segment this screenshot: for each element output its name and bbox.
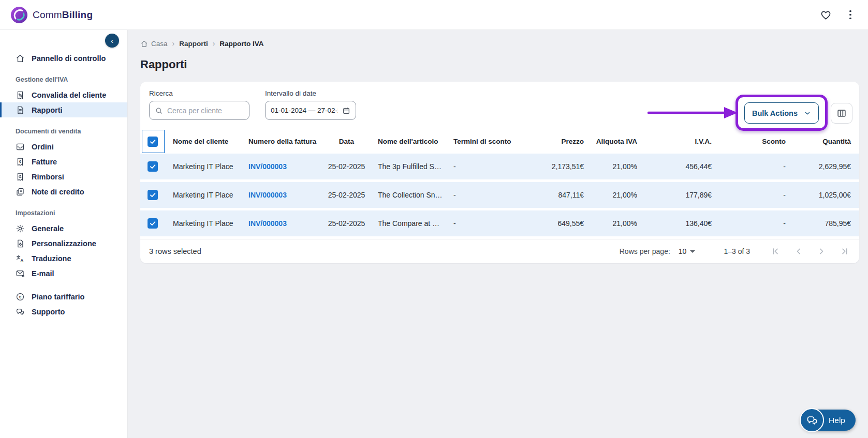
vat-rate-cell: 21,00% (584, 219, 637, 228)
table-row[interactable]: Marketing IT Place INV/000003 25-02-2025… (140, 154, 859, 179)
pagination (770, 245, 850, 258)
sidebar-item-label: Supporto (32, 308, 65, 316)
invoice-number-link[interactable]: INV/000003 (240, 162, 323, 171)
table-footer: 3 rows selected Rows per page: 10 1–3 of… (140, 239, 859, 263)
sidebar-item-pannello-di-controllo[interactable]: Pannello di controllo (0, 51, 127, 66)
sidebar-item-convalida-del-cliente[interactable]: Convalida del cliente (0, 87, 127, 102)
chat-bubbles-icon (16, 307, 25, 316)
pagination-range-text: 1–3 of 3 (724, 247, 750, 255)
discount-terms-cell: - (445, 162, 510, 171)
date-range-value: 01-01-2024 — 27-02-202 (271, 107, 338, 114)
receipt-euro-icon: € (16, 157, 25, 167)
bulk-actions-button[interactable]: Bulk Actions (744, 102, 819, 124)
page-title: Rapporti (140, 58, 859, 71)
invoice-number-link[interactable]: INV/000003 (240, 219, 323, 228)
sidebar-item-label: Rimborsi (32, 173, 64, 181)
receipt-refund-icon (16, 172, 25, 182)
discount-cell: - (712, 219, 786, 228)
sidebar-item-label: Note di credito (32, 188, 84, 196)
report-card: Ricerca Intervallo di date 01-01-2024 — … (140, 82, 859, 263)
breadcrumb-separator: › (213, 39, 215, 48)
document-gear-icon (16, 239, 25, 248)
help-button[interactable]: Help (801, 410, 856, 431)
column-header: Aliquota IVA (584, 138, 637, 145)
sidebar-item-generale[interactable]: Generale (0, 221, 127, 236)
column-header: Numero della fattura (240, 138, 323, 145)
customer-name-cell: Marketing IT Place (165, 162, 240, 171)
svg-text:€: € (19, 159, 21, 163)
sidebar-item-label: Personalizzazione (32, 239, 96, 248)
column-header: Prezzo (510, 138, 584, 145)
row-checkbox[interactable] (148, 161, 158, 172)
date-range-input[interactable]: 01-01-2024 — 27-02-202 (265, 101, 356, 120)
rows-per-page-label: Rows per page: (620, 247, 670, 255)
search-field[interactable] (149, 101, 249, 120)
sidebar-item-traduzione[interactable]: A Traduzione (0, 251, 127, 266)
sidebar-section-title: Documenti di vendita (0, 128, 127, 135)
mail-gear-icon (16, 269, 25, 278)
column-header: Termini di sconto (445, 138, 510, 145)
sidebar-item-fatture[interactable]: € Fatture (0, 154, 127, 169)
discount-terms-cell: - (445, 191, 510, 199)
more-menu-icon[interactable] (846, 9, 855, 21)
breadcrumb-rapporti[interactable]: Rapporti (179, 40, 208, 48)
price-cell: 847,11€ (510, 191, 584, 199)
row-checkbox[interactable] (148, 218, 158, 229)
filter-toolbar: Ricerca Intervallo di date 01-01-2024 — … (140, 82, 859, 129)
sidebar-item-label: Piano tariffario (32, 293, 84, 301)
customer-name-cell: Marketing IT Place (165, 219, 240, 228)
quantity-cell: 785,95€ (786, 219, 859, 228)
home-icon (140, 40, 148, 48)
breadcrumb-separator: › (172, 39, 175, 48)
brand-name: CommBilling (33, 9, 93, 21)
invoice-number-link[interactable]: INV/000003 (240, 191, 323, 199)
customer-name-cell: Marketing IT Place (165, 191, 240, 199)
vat-amount-cell: 456,44€ (637, 162, 712, 171)
favorite-heart-icon[interactable] (819, 8, 833, 22)
search-input[interactable] (167, 107, 244, 115)
sidebar-item-note-di-credito[interactable]: Note di credito (0, 184, 127, 199)
sidebar-item-supporto[interactable]: Supporto (0, 304, 127, 319)
previous-page-button[interactable] (792, 245, 805, 258)
quantity-cell: 1,025,00€ (786, 191, 859, 199)
sidebar-item-rimborsi[interactable]: Rimborsi (0, 169, 127, 184)
sidebar-item-email[interactable]: E-mail (0, 266, 127, 281)
item-name-cell: The 3p Fulfilled S… (370, 162, 445, 171)
help-label: Help (829, 416, 845, 425)
table-row[interactable]: Marketing IT Place INV/000003 25-02-2025… (140, 210, 859, 236)
next-page-button[interactable] (815, 245, 828, 258)
euro-circle-icon: € (16, 292, 25, 301)
sidebar-item-label: Rapporti (32, 106, 63, 114)
sidebar-item-rapporti[interactable]: Rapporti (0, 102, 127, 117)
calendar-icon (342, 107, 350, 115)
home-icon (16, 54, 25, 63)
topbar: CommBilling (0, 0, 868, 30)
sidebar-item-ordini[interactable]: Ordini (0, 139, 127, 154)
rows-per-page-value: 10 (679, 247, 687, 255)
sidebar-item-personalizzazione[interactable]: Personalizzazione (0, 236, 127, 251)
column-header: Quantità (786, 138, 859, 145)
date-cell: 25-02-2025 (323, 219, 370, 228)
sidebar-item-label: Convalida del cliente (32, 91, 106, 99)
row-checkbox[interactable] (148, 190, 158, 200)
rows-per-page-select[interactable]: 10 (679, 247, 696, 255)
first-page-button[interactable] (770, 245, 782, 258)
item-name-cell: The Collection Sn… (370, 191, 445, 199)
caret-down-icon (690, 250, 695, 253)
sidebar-item-label: E-mail (32, 269, 54, 278)
breadcrumb-label: Casa (151, 40, 168, 48)
translate-icon: A (16, 254, 25, 263)
sidebar-collapse-button[interactable]: ‹ (105, 34, 119, 48)
sidebar-item-piano-tariffario[interactable]: € Piano tariffario (0, 289, 127, 304)
report-document-icon (16, 105, 25, 115)
column-header: Nome del cliente (165, 138, 240, 145)
select-all-checkbox[interactable] (148, 137, 158, 147)
search-icon (155, 107, 163, 115)
last-page-button[interactable] (838, 245, 850, 258)
sidebar-section-title: Gestione dell'IVA (0, 76, 127, 83)
vat-report-table: Nome del cliente Numero della fattura Da… (140, 129, 859, 236)
table-row[interactable]: Marketing IT Place INV/000003 25-02-2025… (140, 182, 859, 208)
vat-rate-cell: 21,00% (584, 162, 637, 171)
breadcrumb-home[interactable]: Casa (140, 40, 168, 48)
column-settings-button[interactable] (831, 103, 852, 124)
